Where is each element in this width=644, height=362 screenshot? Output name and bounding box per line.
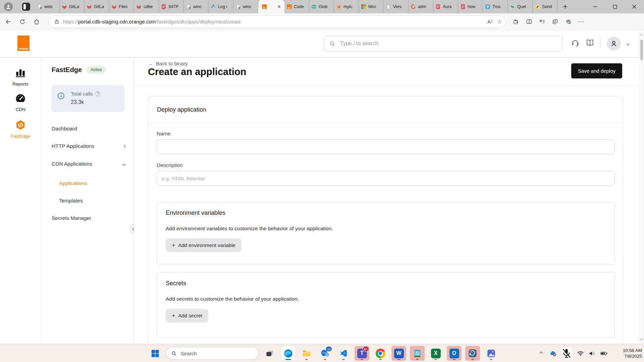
running-indicator — [490, 359, 492, 360]
postgres-app[interactable] — [465, 346, 480, 361]
add-environment-variable-button[interactable]: +Add environment variable — [166, 238, 241, 252]
browser-tab[interactable]: cdbe — [134, 0, 159, 13]
browser-tab[interactable]: Glob — [309, 0, 334, 13]
back-to-binary-link[interactable]: ←Back to binary — [149, 61, 188, 66]
browser-tab[interactable]: Files — [109, 0, 134, 13]
notepad-app[interactable] — [410, 346, 425, 361]
taskbar-search[interactable] — [166, 347, 259, 360]
chat-app[interactable]: 20 — [318, 346, 332, 361]
secrets-title: Secrets — [166, 280, 186, 287]
new-tab-button[interactable] — [560, 2, 570, 12]
browser-tab[interactable]: winc — [233, 0, 258, 13]
scroll-down-icon[interactable] — [640, 335, 643, 341]
browser-tab[interactable]: Micr — [359, 0, 384, 13]
docs-button[interactable] — [586, 39, 594, 49]
browser-tab[interactable]: adm — [409, 0, 433, 13]
task-view-button[interactable] — [262, 346, 277, 361]
browser-tab[interactable]: Sond — [533, 0, 557, 13]
browser-tab[interactable]: Aura — [433, 0, 458, 13]
sidebar-item-secrets-manager[interactable]: Secrets Manager — [52, 214, 125, 222]
rail-item-cdn[interactable]: CDN — [0, 93, 41, 112]
window-maximize-button[interactable] — [605, 0, 625, 13]
tab-close-icon[interactable]: ✕ — [277, 4, 281, 9]
browser-tab[interactable]: GitLa — [60, 0, 85, 13]
save-and-deploy-button[interactable]: Save and deploy — [571, 63, 622, 78]
window-minimize-button[interactable] — [586, 0, 605, 13]
file-explorer-app[interactable] — [299, 346, 314, 361]
battery-icon[interactable] — [599, 348, 608, 358]
favorite-star-button[interactable]: ☆ — [497, 19, 502, 24]
taskbar-clock[interactable]: 10:56 AM 7/8/2025 — [613, 348, 642, 359]
wifi-icon[interactable] — [576, 348, 585, 358]
start-button[interactable] — [148, 346, 162, 361]
extensions-button[interactable] — [511, 16, 521, 27]
back-button[interactable] — [3, 16, 14, 27]
sidebar-item-dashboard[interactable]: Dashboard — [52, 125, 125, 133]
person-icon — [610, 40, 618, 48]
browser-tab-active[interactable]: ✕ — [258, 0, 284, 13]
browser-tab[interactable]: GitLa — [85, 0, 109, 13]
edge-app[interactable] — [281, 346, 296, 361]
teams-app[interactable]: T9+ — [355, 346, 369, 361]
portal-search-input[interactable] — [339, 40, 557, 47]
puzzle-icon — [513, 18, 519, 25]
browser-tab[interactable]: S4TF — [159, 0, 184, 13]
browser-tab[interactable]: Quel — [508, 0, 533, 13]
sidebar-item-applications[interactable]: Applications — [59, 179, 125, 187]
clock-date: 7/8/2025 — [613, 353, 642, 359]
collections-button[interactable] — [550, 16, 560, 27]
support-button[interactable] — [571, 39, 580, 49]
browser-tab[interactable]: Trus — [483, 0, 508, 13]
browser-tab[interactable]: winc — [184, 0, 209, 13]
orange-logo[interactable]: orange — [17, 36, 30, 51]
read-aloud-button[interactable]: A)) — [487, 19, 492, 24]
tray-overflow-button[interactable] — [537, 348, 545, 358]
sidebar-item-cdn-applications[interactable]: CDN Applications — [52, 160, 125, 168]
outlook-app[interactable]: O — [447, 346, 462, 361]
globe-tab-icon — [311, 4, 317, 9]
sidebar: FastEdge Active Total calls? 23.3k Dashb… — [41, 58, 134, 344]
add-secret-button[interactable]: +Add secret — [166, 309, 208, 322]
favorites-button[interactable] — [537, 16, 547, 27]
browser-essentials-button[interactable] — [563, 16, 574, 27]
scroll-up-icon[interactable] — [640, 32, 643, 38]
vscode-app[interactable] — [336, 346, 351, 361]
tab-workspaces-icon[interactable] — [22, 3, 30, 11]
address-bar[interactable]: https://portal.cdb-staging.cdn.orange.co… — [48, 15, 506, 28]
chrome-app[interactable] — [373, 346, 388, 361]
browser-tab[interactable]: mytc — [334, 0, 359, 13]
word-app[interactable]: W — [391, 346, 406, 361]
excel-app[interactable]: X — [428, 346, 443, 361]
browser-tab[interactable]: Code — [284, 0, 309, 13]
window-close-button[interactable] — [625, 0, 644, 13]
scrollbar-thumb[interactable] — [640, 40, 643, 60]
chevron-down-icon — [122, 162, 126, 166]
sidebar-item-http-applications[interactable]: HTTP Applications — [52, 142, 125, 150]
name-input[interactable] — [157, 139, 615, 154]
browser-tab[interactable]: Vers — [384, 0, 409, 13]
taskbar: 20T9+WXO 10:56 AM 7/8/2025 — [0, 344, 644, 362]
account-chevron-icon[interactable] — [627, 42, 630, 45]
onedrive-error-icon[interactable] — [548, 348, 557, 358]
home-button[interactable] — [31, 16, 42, 27]
settings-more-button[interactable]: ⋯ — [576, 16, 587, 27]
browser-tab[interactable]: how — [458, 0, 483, 13]
user-avatar[interactable] — [607, 37, 621, 51]
help-icon[interactable]: ? — [95, 91, 100, 96]
portal-search[interactable] — [324, 36, 562, 51]
sidebar-item-templates[interactable]: Templates — [59, 197, 125, 205]
rail-item-fastedge[interactable]: FastEdge — [0, 119, 41, 139]
taskbar-search-input[interactable] — [180, 350, 254, 357]
split-screen-button[interactable] — [524, 16, 534, 27]
description-input[interactable] — [157, 171, 615, 186]
photos-app[interactable] — [484, 346, 498, 361]
volume-icon[interactable] — [588, 348, 596, 358]
browser-tab[interactable]: Log i — [209, 0, 233, 13]
browser-profile-avatar[interactable] — [4, 2, 13, 11]
refresh-button[interactable] — [17, 16, 28, 27]
browser-tab[interactable]: welc — [35, 0, 60, 13]
rail-item-reports[interactable]: Reports — [0, 67, 41, 86]
wifi-icon — [577, 350, 584, 357]
page-scrollbar[interactable] — [639, 30, 644, 344]
mic-muted-indicator[interactable] — [560, 347, 573, 360]
